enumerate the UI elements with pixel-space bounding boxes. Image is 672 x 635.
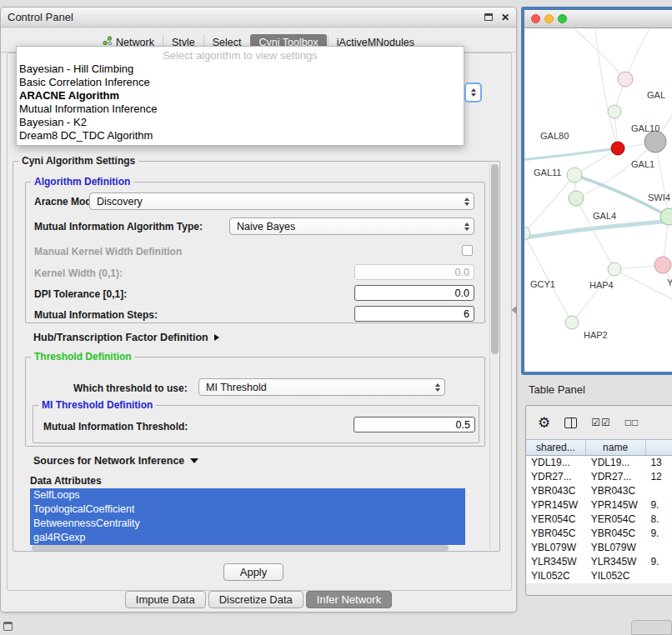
table-row[interactable]: YPR145WYPR145W9. [526, 498, 672, 512]
panel-splitter-collapse-icon[interactable] [511, 306, 517, 314]
table-cell: 8. [645, 512, 672, 527]
bottom-tab-impute-data[interactable]: Impute Data [125, 591, 206, 608]
table-cell: YDL19... [586, 456, 646, 470]
bottom-right-tab[interactable] [631, 620, 672, 635]
minimize-traffic-light-icon[interactable] [544, 14, 554, 23]
network-edge [614, 269, 672, 305]
network-view-window: GAL80GAL10GALGAL11GAL1SWI4GAL4GCY1HAP4YH… [521, 7, 672, 375]
table-row[interactable]: YIL052CYIL052C [526, 569, 672, 583]
network-node[interactable] [654, 257, 671, 273]
algorithm-popup: Select algorithm to view settings Bayesi… [16, 46, 464, 146]
table-cell: YLR345W [586, 555, 646, 569]
network-edge [655, 142, 669, 217]
algorithm-popup-placeholder: Select algorithm to view settings [17, 49, 464, 62]
mi-threshold-group-title: MI Threshold Definition [38, 399, 156, 411]
table-row[interactable]: YLR345WYLR345W9. [526, 555, 672, 569]
network-edge [625, 28, 649, 79]
attribute-item[interactable]: SelfLoops [30, 488, 465, 502]
network-window-titlebar [524, 10, 672, 28]
mi-type-select[interactable]: Naive Bayes [229, 218, 474, 235]
network-node[interactable] [565, 316, 579, 329]
table-cell: YLR345W [526, 555, 586, 569]
float-window-icon[interactable] [484, 13, 493, 21]
node-label: GAL1 [631, 159, 654, 169]
table-row[interactable]: YER054CYER054C8. [526, 512, 672, 527]
aracne-mode-select[interactable]: Discovery [89, 192, 474, 210]
algorithm-popup-list: Bayesian - Hill ClimbingBasic Correlatio… [17, 62, 464, 142]
close-icon[interactable]: ✕ [501, 12, 509, 22]
mi-steps-input[interactable] [354, 306, 474, 322]
algorithm-option[interactable]: Bayesian - Hill Climbing [17, 62, 464, 76]
table-row[interactable]: YDL19...YDL19...13 [526, 456, 672, 470]
network-node[interactable] [569, 191, 584, 206]
sources-section-label: Sources for Network Inference [33, 455, 184, 467]
table-cell: 9. [645, 555, 672, 569]
gear-icon[interactable]: ⚙ [538, 416, 550, 430]
settings-scrollbar[interactable] [489, 163, 499, 549]
column-header[interactable] [646, 440, 672, 455]
network-node[interactable] [618, 72, 633, 87]
deselect-columns-icon[interactable]: □□ [625, 417, 639, 428]
table-row[interactable]: YBL079WYBL079W [526, 541, 672, 555]
table-row[interactable]: YDR27...YDR27...12 [526, 470, 672, 484]
attributes-hscrollbar-thumb[interactable] [32, 545, 449, 551]
table-row[interactable]: YBR043CYBR043C [526, 484, 672, 498]
apply-button[interactable]: Apply [223, 563, 283, 581]
attribute-item[interactable]: gal4RGexp [30, 531, 465, 545]
combo-arrows-icon [435, 383, 440, 392]
table-row[interactable]: YBR045CYBR045C9. [526, 527, 672, 541]
mi-type-value: Naive Bayes [237, 221, 295, 232]
node-label: SWI4 [648, 192, 670, 202]
table-cell: YDL19... [526, 456, 586, 470]
mi-threshold-input[interactable] [354, 417, 475, 432]
network-node[interactable] [567, 168, 582, 182]
control-panel-window: Control Panel ✕ NetworkStyleSelectCyni T… [0, 7, 517, 612]
algorithm-option[interactable]: Basic Correlation Inference [17, 76, 464, 89]
node-label: HAP4 [589, 280, 614, 290]
threshold-definition-group: Threshold Definition Which threshold to … [25, 357, 485, 447]
columns-icon[interactable] [564, 418, 577, 428]
bottom-tab-bar: Impute DataDiscretize DataInfer Network [1, 591, 516, 608]
attribute-item[interactable]: BetweennessCentrality [30, 517, 465, 531]
node-label: GAL80 [540, 131, 569, 141]
network-node[interactable] [608, 262, 621, 276]
column-header[interactable]: shared... [526, 440, 586, 455]
manual-kernel-checkbox[interactable] [462, 245, 473, 256]
network-node[interactable] [644, 131, 666, 152]
table-panel-window: ⚙ ☑☑ □□ shared...name YDL19...YDL19...13… [525, 405, 672, 596]
select-columns-icon[interactable]: ☑☑ [591, 417, 611, 428]
kernel-width-label: Kernel Width (0,1): [34, 268, 123, 279]
close-traffic-light-icon[interactable] [531, 14, 540, 23]
algorithm-option[interactable]: Dream8 DC_TDC Algorithm [17, 129, 464, 142]
bottom-tab-discretize-data[interactable]: Discretize Data [208, 591, 303, 608]
table-cell: 9. [645, 498, 672, 512]
column-header[interactable]: name [586, 440, 646, 455]
network-node[interactable] [608, 105, 621, 118]
hub-section-toggle[interactable]: Hub/Transcription Factor Definition [33, 332, 219, 343]
zoom-traffic-light-icon[interactable] [558, 14, 567, 23]
cyni-settings-title: Cyni Algorithm Settings [18, 155, 138, 167]
which-threshold-label: Which threshold to use: [73, 382, 188, 394]
algorithm-option[interactable]: Bayesian - K2 [17, 116, 464, 129]
network-edge [595, 28, 618, 148]
docked-window-icon[interactable] [3, 622, 13, 631]
node-label: HAP2 [584, 330, 608, 340]
algorithm-option[interactable]: Mutual Information Inference [17, 102, 464, 116]
network-node[interactable] [611, 142, 624, 155]
which-threshold-select[interactable]: MI Threshold [198, 378, 445, 396]
sources-section-toggle[interactable]: Sources for Network Inference [33, 455, 198, 467]
combo-arrows-icon [464, 222, 469, 231]
attribute-item[interactable]: TopologicalCoefficient [30, 502, 465, 517]
bottom-tab-infer-network[interactable]: Infer Network [306, 591, 392, 608]
table-cell [645, 484, 672, 498]
network-canvas[interactable]: GAL80GAL10GALGAL11GAL1SWI4GAL4GCY1HAP4YH… [524, 28, 672, 371]
algorithm-combo-spinner[interactable] [464, 82, 482, 102]
dpi-tolerance-input[interactable] [354, 285, 474, 301]
settings-scrollbar-thumb[interactable] [491, 164, 499, 354]
table-cell: YIL052C [586, 569, 646, 583]
algorithm-option[interactable]: ARACNE Algorithm [17, 89, 464, 102]
kernel-width-input[interactable] [354, 264, 474, 280]
spinner-up-icon [471, 88, 476, 92]
table-panel-title: Table Panel [529, 383, 585, 396]
network-edge [576, 198, 614, 269]
